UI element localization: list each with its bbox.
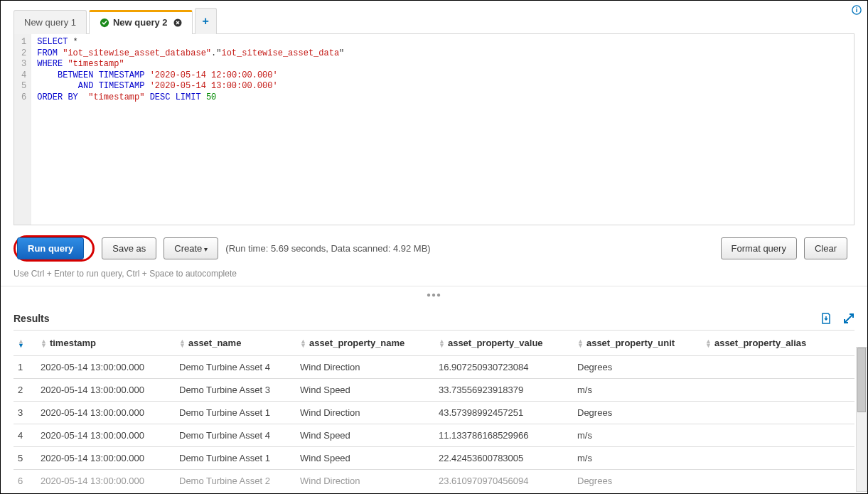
tab-query-2[interactable]: New query 2 xyxy=(89,10,193,34)
table-row[interactable]: 12020-05-14 13:00:00.000Demo Turbine Ass… xyxy=(14,356,854,379)
query-toolbar: Run query Save as Create▾ (Run time: 5.6… xyxy=(14,225,854,267)
results-title: Results xyxy=(14,313,50,324)
tab-label: New query 1 xyxy=(24,17,76,28)
run-query-button[interactable]: Run query xyxy=(17,237,84,259)
chevron-down-icon: ▾ xyxy=(204,245,208,253)
check-circle-icon xyxy=(100,18,109,28)
svg-rect-2 xyxy=(856,7,857,8)
sql-editor[interactable]: 123456 SELECT *FROM "iot_sitewise_asset_… xyxy=(14,33,854,225)
pane-resize-handle[interactable]: ●●● xyxy=(1,286,867,303)
download-icon[interactable] xyxy=(820,313,832,324)
col-timestamp[interactable]: ▲▼timestamp xyxy=(36,331,175,356)
results-panel: ▲▼ ▲▼timestamp ▲▼asset_name ▲▼asset_prop… xyxy=(14,330,862,492)
col-asset-property-name[interactable]: ▲▼asset_property_name xyxy=(296,331,434,356)
close-icon[interactable] xyxy=(173,18,182,27)
create-button[interactable]: Create▾ xyxy=(164,237,218,259)
results-body: 12020-05-14 13:00:00.000Demo Turbine Ass… xyxy=(14,356,854,493)
format-query-button[interactable]: Format query xyxy=(721,237,797,259)
col-asset-property-value[interactable]: ▲▼asset_property_value xyxy=(434,331,573,356)
results-header: Results xyxy=(14,303,854,330)
scrollbar[interactable] xyxy=(856,347,867,492)
table-row[interactable]: 42020-05-14 13:00:00.000Demo Turbine Ass… xyxy=(14,424,854,447)
scrollbar-thumb[interactable] xyxy=(857,348,866,412)
table-row[interactable]: 32020-05-14 13:00:00.000Demo Turbine Ass… xyxy=(14,402,854,424)
col-asset-property-unit[interactable]: ▲▼asset_property_unit xyxy=(573,331,701,356)
table-row[interactable]: 22020-05-14 13:00:00.000Demo Turbine Ass… xyxy=(14,379,854,402)
run-info: (Run time: 5.69 seconds, Data scanned: 4… xyxy=(225,243,430,254)
query-tabs: New query 1 New query 2 + xyxy=(14,8,854,34)
expand-icon[interactable] xyxy=(843,313,854,324)
add-tab-button[interactable]: + xyxy=(195,8,217,34)
svg-rect-1 xyxy=(856,9,857,12)
col-asset-property-alias[interactable]: ▲▼asset_property_alias xyxy=(701,331,854,356)
keyboard-hint: Use Ctrl + Enter to run query, Ctrl + Sp… xyxy=(14,269,854,279)
editor-gutter: 123456 xyxy=(14,34,31,225)
results-table: ▲▼ ▲▼timestamp ▲▼asset_name ▲▼asset_prop… xyxy=(14,330,854,492)
editor-code[interactable]: SELECT *FROM "iot_sitewise_asset_databas… xyxy=(31,34,854,225)
col-index[interactable]: ▲▼ xyxy=(14,331,36,356)
plus-icon: + xyxy=(203,15,209,28)
clear-button[interactable]: Clear xyxy=(804,237,847,259)
tab-label: New query 2 xyxy=(113,17,168,28)
highlight-annotation: Run query xyxy=(14,235,95,262)
table-row[interactable]: 62020-05-14 13:00:00.000Demo Turbine Ass… xyxy=(14,470,854,493)
table-row[interactable]: 52020-05-14 13:00:00.000Demo Turbine Ass… xyxy=(14,447,854,470)
save-as-button[interactable]: Save as xyxy=(102,237,156,259)
tab-query-1[interactable]: New query 1 xyxy=(14,10,87,34)
col-asset-name[interactable]: ▲▼asset_name xyxy=(175,331,296,356)
